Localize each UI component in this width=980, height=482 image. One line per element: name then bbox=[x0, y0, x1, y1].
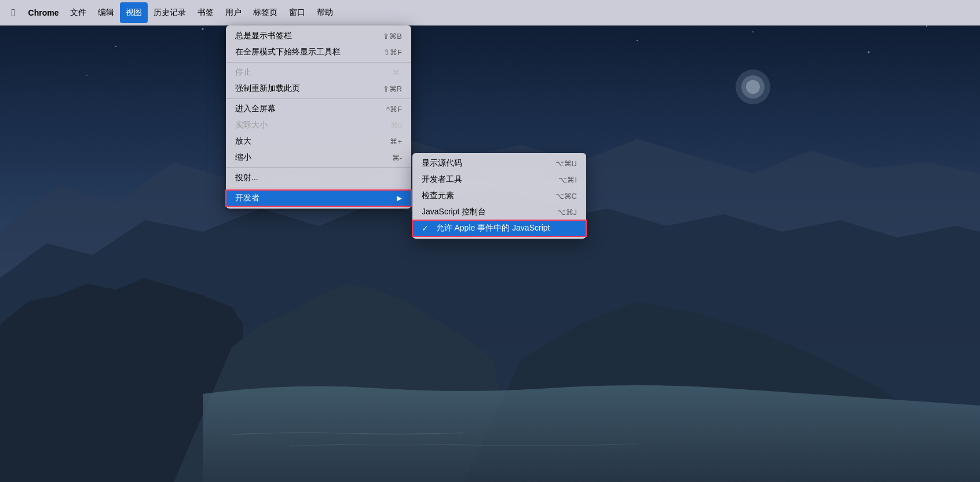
menus-row: 总是显示书签栏 ⇧⌘B 在全屏模式下始终显示工具栏 ⇧⌘F 停止 ⌘. 强制重新… bbox=[226, 25, 586, 239]
menu-item-shortcut: ⇧⌘B bbox=[383, 32, 402, 41]
menu-item-label: 显示源代码 bbox=[422, 158, 462, 169]
menu-item-shortcut: ^⌘F bbox=[386, 105, 402, 114]
menu-item-label: 实际大小 bbox=[235, 120, 268, 130]
svg-point-14 bbox=[746, 80, 760, 94]
menu-item-shortcut: ⌘0 bbox=[390, 121, 402, 130]
menubar:  Chrome 文件 编辑 视图 历史记录 书签 用户 标签页 窗口 帮助 bbox=[0, 0, 980, 25]
menu-item-label: 检查元素 bbox=[422, 191, 454, 201]
separator-1 bbox=[226, 62, 411, 63]
menu-enter-fullscreen[interactable]: 进入全屏幕 ^⌘F bbox=[226, 101, 411, 117]
menu-item-label: 开发者工具 bbox=[422, 174, 462, 185]
svg-point-6 bbox=[637, 40, 638, 41]
menu-item-shortcut: ⇧⌘F bbox=[383, 48, 402, 57]
menubar-file[interactable]: 文件 bbox=[64, 2, 92, 23]
menu-item-shortcut: ⇧⌘R bbox=[383, 85, 402, 93]
menu-item-label: 进入全屏幕 bbox=[235, 104, 276, 114]
svg-point-9 bbox=[926, 25, 927, 27]
separator-2 bbox=[226, 98, 411, 99]
separator-4 bbox=[226, 188, 411, 188]
menubar-chrome[interactable]: Chrome bbox=[23, 2, 65, 23]
menubar-help[interactable]: 帮助 bbox=[311, 2, 339, 23]
menu-item-label: 开发者 bbox=[235, 193, 259, 203]
menubar-edit[interactable]: 编辑 bbox=[92, 2, 120, 23]
dropdown-container: 总是显示书签栏 ⇧⌘B 在全屏模式下始终显示工具栏 ⇧⌘F 停止 ⌘. 强制重新… bbox=[226, 25, 586, 239]
menu-cast[interactable]: 投射... bbox=[226, 170, 411, 186]
apple-menu[interactable]:  bbox=[5, 2, 23, 23]
menu-item-shortcut: ⌘+ bbox=[390, 137, 402, 146]
developer-submenu: 显示源代码 ⌥⌘U 开发者工具 ⌥⌘I 检查元素 ⌥⌘C JavaScript … bbox=[412, 153, 586, 239]
menu-item-shortcut: ⌥⌘U bbox=[555, 159, 577, 168]
menu-item-label: 在全屏模式下始终显示工具栏 bbox=[235, 47, 341, 57]
menubar-user[interactable]: 用户 bbox=[220, 2, 247, 23]
menu-zoom-in[interactable]: 放大 ⌘+ bbox=[226, 133, 411, 149]
menu-item-shortcut: ⌥⌘I bbox=[558, 176, 577, 184]
menu-devtools[interactable]: 开发者工具 ⌥⌘I bbox=[412, 171, 586, 188]
menu-item-shortcut: ⌘- bbox=[392, 154, 402, 162]
menu-inspect-element[interactable]: 检查元素 ⌥⌘C bbox=[412, 188, 586, 204]
menu-item-label: 放大 bbox=[235, 136, 251, 147]
menu-stop[interactable]: 停止 ⌘. bbox=[226, 64, 411, 81]
svg-point-2 bbox=[202, 28, 204, 30]
svg-point-1 bbox=[115, 46, 116, 47]
menu-allow-js-apple-events[interactable]: ✓ 允许 Apple 事件中的 JavaScript bbox=[412, 220, 586, 236]
menu-item-shortcut: ⌘. bbox=[392, 68, 402, 77]
menu-item-shortcut: ⌥⌘C bbox=[555, 192, 577, 200]
menu-item-label: 强制重新加载此页 bbox=[235, 83, 300, 94]
menu-item-label: 投射... bbox=[235, 173, 258, 183]
menu-item-label: 缩小 bbox=[235, 152, 251, 163]
separator-3 bbox=[226, 167, 411, 168]
menu-item-label: JavaScript 控制台 bbox=[422, 207, 486, 217]
svg-point-8 bbox=[868, 52, 870, 53]
view-dropdown-menu: 总是显示书签栏 ⇧⌘B 在全屏模式下始终显示工具栏 ⇧⌘F 停止 ⌘. 强制重新… bbox=[226, 25, 411, 209]
menubar-view[interactable]: 视图 bbox=[120, 2, 148, 23]
menu-item-label: 允许 Apple 事件中的 JavaScript bbox=[436, 223, 550, 233]
menu-item-label: 停止 bbox=[235, 67, 251, 78]
menu-item-shortcut: ⌥⌘J bbox=[557, 208, 577, 217]
menu-show-toolbar-fullscreen[interactable]: 在全屏模式下始终显示工具栏 ⇧⌘F bbox=[226, 44, 411, 60]
menu-always-show-bookmarks[interactable]: 总是显示书签栏 ⇧⌘B bbox=[226, 28, 411, 44]
menu-item-label: 总是显示书签栏 bbox=[235, 31, 292, 41]
menubar-window[interactable]: 窗口 bbox=[283, 2, 311, 23]
menubar-tabs[interactable]: 标签页 bbox=[247, 2, 283, 23]
menu-zoom-out[interactable]: 缩小 ⌘- bbox=[226, 149, 411, 166]
menu-developer[interactable]: 开发者 ▶ bbox=[226, 190, 411, 206]
checkmark-icon: ✓ bbox=[422, 224, 429, 233]
menu-force-reload[interactable]: 强制重新加载此页 ⇧⌘R bbox=[226, 81, 411, 97]
submenu-arrow-icon: ▶ bbox=[397, 194, 402, 202]
menubar-history[interactable]: 历史记录 bbox=[148, 2, 192, 23]
svg-point-10 bbox=[86, 75, 87, 76]
menu-actual-size[interactable]: 实际大小 ⌘0 bbox=[226, 117, 411, 133]
menubar-bookmarks[interactable]: 书签 bbox=[192, 2, 220, 23]
menu-view-source[interactable]: 显示源代码 ⌥⌘U bbox=[412, 155, 586, 171]
svg-point-7 bbox=[752, 31, 754, 32]
menu-js-console[interactable]: JavaScript 控制台 ⌥⌘J bbox=[412, 204, 586, 220]
